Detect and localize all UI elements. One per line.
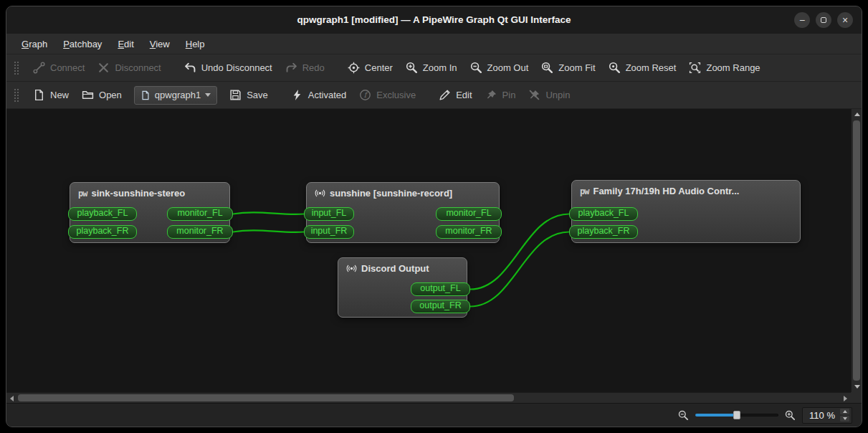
- save-patchbay-button[interactable]: Save: [223, 85, 275, 105]
- port-sunshine-monitor-fr[interactable]: monitor_FR: [436, 225, 502, 239]
- new-patchbay-button[interactable]: New: [27, 85, 75, 105]
- zoom-decrease-button[interactable]: [840, 416, 849, 422]
- spin-arrows: [840, 409, 849, 422]
- zoom-fit-button[interactable]: Zoom Fit: [535, 57, 601, 78]
- scroll-up-arrow[interactable]: [852, 109, 862, 120]
- undo-disconnect-button[interactable]: Undo Disconnect: [178, 57, 279, 78]
- titlebar[interactable]: qpwgraph1 [modified] — A PipeWire Graph …: [6, 6, 862, 34]
- wire-output-fr-to-playback-fr[interactable]: [470, 232, 569, 307]
- exclusive-icon: f: [359, 89, 371, 101]
- dropdown-arrow-icon: [205, 93, 211, 97]
- zoom-slider-handle[interactable]: [733, 411, 740, 419]
- port-discord-output-fl[interactable]: output_FL: [411, 282, 470, 296]
- horizontal-scrollbar[interactable]: [6, 392, 851, 403]
- menu-help[interactable]: Help: [178, 35, 213, 53]
- horizontal-scrollbar-thumb[interactable]: [18, 394, 514, 401]
- zoom-in-button[interactable]: Zoom In: [399, 57, 464, 78]
- wire-monitor-fl-to-input-fl[interactable]: [233, 212, 304, 214]
- zoom-value: 110 %: [809, 410, 835, 421]
- scroll-right-arrow[interactable]: [840, 393, 851, 404]
- save-label: Save: [247, 90, 268, 100]
- activated-label: Activated: [308, 90, 346, 100]
- menu-patchbay[interactable]: Patchbay: [55, 35, 110, 53]
- scroll-down-arrow[interactable]: [852, 381, 862, 392]
- port-sink-playback-fl[interactable]: playback_FL: [68, 207, 137, 221]
- port-sunshine-input-fr[interactable]: input_FR: [304, 225, 354, 239]
- maximize-button[interactable]: [816, 12, 831, 28]
- menu-edit[interactable]: Edit: [110, 35, 141, 53]
- stream-icon: [315, 188, 325, 199]
- toolbar-handle[interactable]: [14, 87, 19, 103]
- vertical-scrollbar-thumb[interactable]: [853, 120, 860, 381]
- menu-view-text: iew: [156, 39, 170, 49]
- zoom-reset-button[interactable]: Zoom Reset: [602, 57, 683, 78]
- exclusive-label: Exclusive: [376, 90, 416, 100]
- zoom-fit-label: Zoom Fit: [558, 62, 595, 73]
- zoom-out-icon[interactable]: [678, 410, 689, 421]
- connect-button[interactable]: Connect: [27, 57, 91, 78]
- disconnect-button[interactable]: Disconnect: [91, 57, 167, 78]
- port-family-playback-fl[interactable]: playback_FL: [569, 207, 638, 221]
- center-button[interactable]: Center: [341, 57, 399, 78]
- redo-button[interactable]: Redo: [279, 57, 331, 78]
- port-sink-monitor-fr[interactable]: monitor_FR: [167, 225, 233, 239]
- patchbay-toolbar: New Open qpwgraph1 Save Activated f Excl…: [6, 82, 862, 109]
- zoom-in-icon: [406, 62, 418, 74]
- vertical-scrollbar[interactable]: [851, 109, 862, 392]
- zoom-slider[interactable]: [695, 409, 778, 421]
- port-sink-playback-fr[interactable]: playback_FR: [68, 225, 137, 239]
- zoom-out-label: Zoom Out: [487, 62, 529, 73]
- close-button[interactable]: ×: [837, 12, 853, 28]
- graph-canvas[interactable]: pw sink-sunshine-stereo sunshine [sunshi…: [6, 109, 851, 392]
- zoom-in-icon[interactable]: [785, 410, 796, 421]
- menu-graph-accel: G: [22, 39, 29, 49]
- port-sunshine-monitor-fl[interactable]: monitor_FL: [436, 207, 502, 221]
- connect-label: Connect: [50, 62, 85, 73]
- scroll-left-arrow[interactable]: [6, 393, 17, 404]
- open-patchbay-button[interactable]: Open: [75, 85, 128, 105]
- zoom-out-button[interactable]: Zoom Out: [464, 57, 535, 78]
- zoom-reset-label: Zoom Reset: [626, 62, 677, 73]
- menu-help-accel: H: [186, 39, 192, 49]
- new-label: New: [50, 90, 69, 100]
- unpin-label: Unpin: [545, 90, 570, 100]
- zoom-spinbox[interactable]: 110 %: [802, 407, 852, 424]
- disconnect-label: Disconnect: [115, 62, 161, 73]
- save-icon: [229, 89, 242, 101]
- redo-label: Redo: [302, 62, 325, 73]
- edit-patchbay-button[interactable]: Edit: [432, 85, 478, 105]
- menu-view[interactable]: View: [142, 35, 178, 53]
- activated-bolt-icon: [291, 89, 303, 101]
- pin-button[interactable]: Pin: [479, 85, 523, 105]
- exclusive-toggle[interactable]: f Exclusive: [353, 85, 422, 105]
- patchbay-select[interactable]: qpwgraph1: [134, 86, 217, 105]
- zoom-range-button[interactable]: Zoom Range: [682, 57, 766, 78]
- menu-patchbay-accel: P: [63, 39, 70, 49]
- minimize-button[interactable]: −: [794, 12, 810, 28]
- port-family-playback-fr[interactable]: playback_FR: [569, 225, 638, 239]
- menubar: Graph Patchbay Edit View Help: [6, 34, 862, 54]
- window-title: qpwgraph1 [modified] — A PipeWire Graph …: [6, 6, 862, 34]
- connection-wires: [6, 109, 851, 392]
- zoom-fit-icon: [541, 62, 553, 74]
- node-header: pw sink-sunshine-stereo: [70, 183, 229, 204]
- stream-icon: [346, 263, 357, 274]
- port-sink-monitor-fl[interactable]: monitor_FL: [167, 207, 233, 221]
- menu-help-text: elp: [192, 39, 204, 49]
- zoom-slider-fill: [695, 414, 737, 417]
- toolbar-handle[interactable]: [14, 60, 19, 76]
- pipewire-icon: pw: [78, 189, 87, 199]
- redo-icon: [285, 62, 297, 74]
- unpin-button[interactable]: Unpin: [522, 85, 576, 105]
- wire-monitor-fr-to-input-fr[interactable]: [233, 230, 304, 232]
- zoom-increase-button[interactable]: [840, 409, 849, 414]
- activated-toggle[interactable]: Activated: [285, 85, 353, 105]
- menu-graph[interactable]: Graph: [14, 35, 55, 53]
- pin-label: Pin: [502, 90, 516, 100]
- edit-label: Edit: [456, 90, 472, 100]
- node-title: sunshine [sunshine-record]: [330, 188, 452, 199]
- port-sunshine-input-fl[interactable]: input_FL: [304, 207, 354, 221]
- close-icon: ×: [842, 15, 848, 25]
- port-discord-output-fr[interactable]: output_FR: [411, 300, 470, 313]
- node-header: pw Family 17h/19h HD Audio Contr...: [572, 181, 800, 201]
